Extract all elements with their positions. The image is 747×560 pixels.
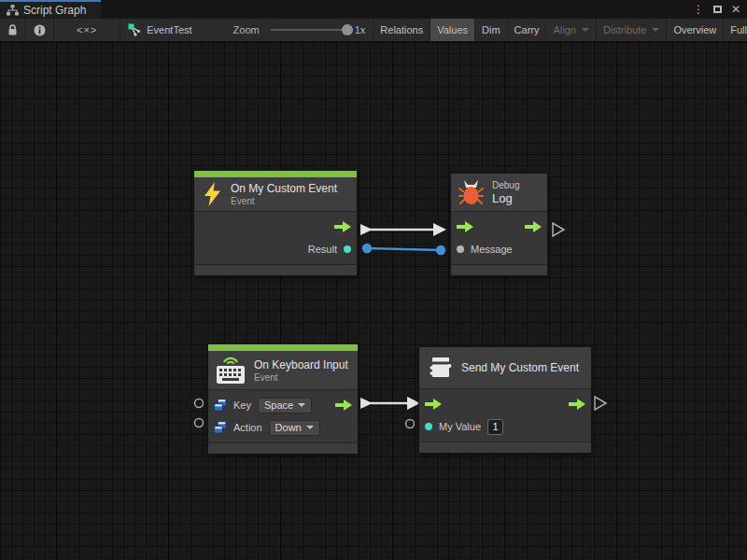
window-controls: ⋮ ✕ [691, 0, 747, 19]
node-title: Log [492, 191, 519, 205]
node-send-my-custom-event[interactable]: Send My Custom Event My Value [419, 347, 591, 453]
control-output-port[interactable] [569, 399, 585, 410]
node-header: Debug Log [451, 174, 547, 212]
zoom-label: Zoom [233, 24, 260, 35]
node-footer [194, 265, 357, 275]
overview-button[interactable]: Overview [667, 19, 724, 41]
window-menu-icon[interactable]: ⋮ [691, 2, 706, 17]
event-color-bar [208, 344, 358, 351]
value-connection-result-to-message[interactable] [362, 244, 445, 255]
node-header: On My Custom Event Event [194, 177, 357, 212]
fullscreen-button[interactable]: Full Screen [724, 19, 747, 41]
lightning-bolt-icon [203, 182, 222, 206]
maximize-icon[interactable] [710, 2, 725, 17]
info-button[interactable] [26, 19, 54, 41]
control-output-port[interactable] [335, 399, 352, 411]
key-port-label: Key [233, 399, 251, 411]
myvalue-port-label: My Value [439, 421, 481, 432]
dropdown-arrow-icon [298, 403, 305, 407]
unconnected-control-output-send[interactable] [595, 397, 606, 410]
enum-type-icon [214, 421, 227, 434]
node-surtitle: Debug [492, 180, 519, 190]
myvalue-value-input-port[interactable] [425, 423, 432, 430]
control-input-port[interactable] [425, 399, 442, 410]
unconnected-value-input-myvalue[interactable] [406, 420, 415, 428]
graph-toolbar: <×> EventTest Zoom 1x Relations Values D… [0, 19, 747, 42]
node-subtitle: Event [231, 196, 337, 206]
bug-icon [458, 179, 484, 205]
zoom-slider-handle[interactable] [342, 24, 353, 35]
node-title: Send My Custom Event [461, 361, 579, 374]
node-header: On Keyboard Input Event [208, 351, 358, 390]
toolbar-toggles: Relations Values Dim Carry Align Distrib… [373, 19, 747, 41]
control-connection-keyboard-to-send[interactable] [360, 397, 420, 410]
action-port-label: Action [233, 422, 262, 433]
node-subtitle: Event [254, 372, 348, 383]
relations-toggle[interactable]: Relations [374, 19, 430, 41]
enum-type-icon [214, 399, 227, 412]
node-body: Key Space [208, 390, 358, 443]
message-value-input-port[interactable] [457, 245, 464, 253]
titlebar: Script Graph ⋮ ✕ [0, 0, 747, 19]
script-graph-window: Script Graph ⋮ ✕ <×> [0, 0, 747, 560]
values-toggle[interactable]: Values [430, 19, 475, 41]
zoom-slider[interactable] [271, 29, 349, 31]
unconnected-value-input-action[interactable] [195, 419, 204, 427]
dim-toggle[interactable]: Dim [475, 19, 508, 41]
node-debug-log[interactable]: Debug Log Me [451, 174, 547, 275]
node-footer [208, 443, 358, 454]
node-body: My Value [419, 389, 591, 442]
node-header: Send My Custom Event [419, 347, 591, 389]
node-body: Message [451, 212, 547, 265]
key-dropdown[interactable]: Space [258, 398, 312, 413]
unconnected-control-output-log[interactable] [553, 223, 564, 236]
align-dropdown[interactable]: Align [546, 19, 596, 41]
info-icon [34, 24, 46, 36]
node-title: On My Custom Event [231, 182, 337, 195]
chevron-down-icon [652, 28, 659, 32]
node-title: On Keyboard Input [254, 358, 348, 371]
node-body: Result [194, 212, 357, 265]
hierarchy-icon [7, 5, 19, 16]
event-color-bar [194, 171, 357, 177]
keyboard-icon [216, 355, 246, 385]
code-icon: <×> [77, 24, 97, 35]
control-input-port[interactable] [457, 221, 473, 232]
tab-script-graph[interactable]: Script Graph [0, 0, 101, 19]
tab-title: Script Graph [23, 4, 86, 17]
lock-icon [7, 24, 18, 36]
edit-graph-button[interactable]: <×> [54, 19, 120, 41]
lock-button[interactable] [0, 19, 26, 41]
control-output-port[interactable] [334, 221, 351, 232]
graph-canvas[interactable]: On My Custom Event Event Result [0, 42, 747, 560]
action-dropdown[interactable]: Down [269, 420, 320, 436]
distribute-dropdown[interactable]: Distribute [597, 19, 667, 41]
control-connection-custom-event-to-log[interactable] [360, 223, 446, 236]
graph-name: EventTest [147, 24, 191, 35]
node-footer [451, 265, 547, 275]
close-icon[interactable]: ✕ [728, 2, 743, 17]
control-output-port[interactable] [525, 221, 542, 232]
chevron-down-icon [582, 28, 589, 32]
unconnected-value-input-key[interactable] [195, 399, 204, 408]
result-port-label: Result [308, 244, 337, 255]
connections-layer [0, 42, 747, 560]
node-on-keyboard-input[interactable]: On Keyboard Input Event Key Space [208, 344, 358, 454]
graph-icon [128, 23, 141, 36]
node-footer [419, 442, 591, 453]
result-value-output-port[interactable] [344, 245, 351, 253]
dropdown-arrow-icon [306, 426, 314, 429]
myvalue-input-field[interactable] [487, 419, 503, 435]
zoom-control: Zoom 1x [226, 19, 374, 41]
node-on-my-custom-event[interactable]: On My Custom Event Event Result [194, 171, 357, 275]
graph-reference[interactable]: EventTest [120, 19, 199, 41]
message-port-label: Message [471, 244, 513, 255]
zoom-value: 1x [355, 24, 366, 35]
carry-toggle[interactable]: Carry [508, 19, 547, 41]
custom-event-unit-icon [429, 355, 453, 381]
